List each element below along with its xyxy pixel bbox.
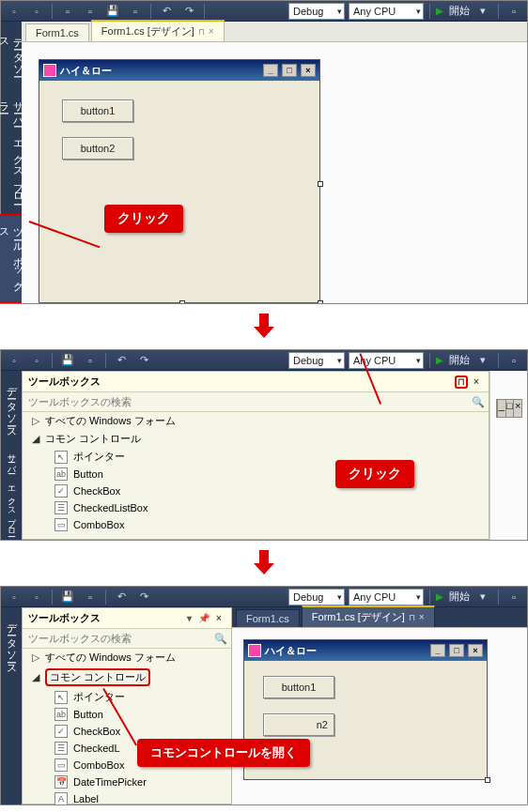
close-icon[interactable]: ×: [419, 612, 425, 622]
button1[interactable]: button1: [62, 100, 133, 122]
misc-icon[interactable]: ▫: [505, 3, 523, 20]
nav-back-icon[interactable]: ◦: [5, 3, 23, 20]
pin-icon[interactable]: ⊓: [198, 27, 205, 37]
tab-form1-cs[interactable]: Form1.cs: [236, 609, 300, 627]
minimize-icon[interactable]: _: [263, 64, 278, 77]
run-label[interactable]: 開始: [449, 590, 470, 604]
minimize-icon[interactable]: _: [430, 644, 445, 657]
item-pointer[interactable]: ↖ポインター: [23, 688, 231, 706]
tab-form1-design[interactable]: Form1.cs [デザイン] ⊓ ×: [302, 605, 435, 627]
undo-icon[interactable]: ↶: [157, 3, 176, 20]
save-all-icon[interactable]: ▫: [81, 589, 100, 605]
button1[interactable]: button1: [263, 676, 334, 698]
form-icon: [43, 64, 56, 77]
group-all-windows-forms[interactable]: ▷すべての Windows フォーム: [23, 649, 231, 666]
maximize-icon[interactable]: □: [282, 64, 297, 77]
button2[interactable]: n2: [263, 713, 334, 736]
expand-icon[interactable]: ▷: [32, 651, 41, 664]
item-label: DateTimePicker: [73, 776, 147, 788]
item-label[interactable]: ALabel: [23, 790, 231, 807]
redo-icon[interactable]: ↷: [134, 589, 153, 605]
close-icon[interactable]: ×: [209, 26, 214, 37]
close-icon[interactable]: ×: [470, 375, 483, 389]
item-checkbox[interactable]: ✓CheckBox: [23, 483, 489, 499]
nav-back-icon[interactable]: ◦: [5, 352, 23, 369]
nav-fwd-icon[interactable]: ◦: [27, 352, 46, 369]
item-button[interactable]: abButton: [23, 466, 489, 483]
collapse-icon[interactable]: ◢: [32, 433, 41, 445]
run-label[interactable]: 開始: [449, 353, 470, 367]
button2[interactable]: button2: [62, 137, 133, 160]
item-label: ComboBox: [73, 759, 124, 771]
winform-designer[interactable]: ハイ＆ロー _ □ × button1 button2: [39, 59, 320, 303]
item-checkedlistbox[interactable]: ☰CheckedListBox: [23, 499, 489, 516]
tab-form1-design[interactable]: Form1.cs [デザイン] ⊓ ×: [91, 20, 225, 41]
pointer-icon: ↖: [54, 451, 68, 464]
undo-icon[interactable]: ↶: [112, 589, 131, 605]
run-dropdown-icon[interactable]: ▾: [474, 589, 492, 605]
platform-combo[interactable]: Any CPU: [349, 3, 424, 20]
redo-icon[interactable]: ↷: [179, 3, 198, 20]
sidetab-datasource[interactable]: データソース: [3, 611, 21, 677]
nav-fwd-icon[interactable]: ◦: [27, 3, 46, 20]
save-icon[interactable]: 💾: [103, 3, 122, 20]
open-icon[interactable]: ▫: [81, 3, 100, 20]
group-common-controls[interactable]: ◢コモン コントロール: [23, 430, 489, 448]
dropdown-icon[interactable]: ▾: [182, 612, 195, 625]
sidetab-datasource[interactable]: データソース: [3, 375, 21, 440]
item-label: Button: [73, 709, 103, 720]
collapse-icon[interactable]: ◢: [32, 671, 41, 683]
item-button[interactable]: abButton: [23, 706, 231, 723]
close-icon[interactable]: ×: [468, 644, 483, 657]
group-all-windows-forms[interactable]: ▷すべての Windows フォーム: [23, 412, 489, 430]
pin-icon[interactable]: ⊓: [409, 613, 415, 622]
config-combo[interactable]: Debug: [288, 352, 345, 369]
run-label[interactable]: 開始: [449, 4, 470, 18]
datetimepicker-icon: 📅: [54, 775, 68, 789]
callout-open-common: コモンコントロールを開く: [137, 739, 310, 767]
document-tabs: Form1.cs Form1.cs [デザイン] ⊓ ×: [232, 607, 527, 628]
tab-form1-cs[interactable]: Form1.cs: [25, 23, 89, 41]
autohide-pin-icon[interactable]: ⊓: [455, 375, 468, 389]
misc-icon[interactable]: ▫: [505, 589, 523, 605]
checkbox-icon: ✓: [54, 484, 68, 498]
group-label: コモン コントロール: [45, 432, 141, 446]
item-datetimepicker[interactable]: 📅DateTimePicker: [23, 774, 231, 790]
run-dropdown-icon[interactable]: ▾: [474, 3, 492, 20]
item-combobox[interactable]: ▭ComboBox: [23, 516, 489, 533]
tab-label: Form1.cs: [246, 613, 289, 624]
platform-combo[interactable]: Any CPU: [349, 589, 424, 605]
maximize-icon[interactable]: □: [449, 644, 464, 657]
design-surface[interactable]: ハイ＆ロー _ □ × button1 n2: [232, 628, 527, 804]
misc-icon[interactable]: ▫: [505, 352, 523, 369]
expand-icon[interactable]: ▷: [32, 415, 41, 427]
run-icon[interactable]: ▶: [436, 6, 443, 16]
close-icon[interactable]: ×: [212, 612, 225, 625]
run-icon[interactable]: ▶: [436, 355, 443, 365]
new-icon[interactable]: ▫: [58, 3, 77, 20]
run-dropdown-icon[interactable]: ▾: [474, 352, 492, 369]
pin-icon[interactable]: 📌: [197, 612, 210, 625]
save-icon[interactable]: 💾: [58, 589, 77, 605]
run-icon[interactable]: ▶: [436, 591, 443, 602]
sidetab-server-explorer[interactable]: サーバー エクスプロー: [4, 442, 20, 539]
redo-icon[interactable]: ↷: [134, 352, 153, 369]
config-combo[interactable]: Debug: [288, 3, 345, 20]
nav-back-icon[interactable]: ◦: [5, 589, 23, 605]
search-input[interactable]: [26, 394, 472, 409]
save-icon[interactable]: 💾: [58, 352, 77, 369]
toolbox-search[interactable]: 🔍: [23, 392, 489, 412]
item-pointer[interactable]: ↖ポインター: [23, 448, 489, 466]
close-icon[interactable]: ×: [301, 64, 316, 77]
nav-fwd-icon[interactable]: ◦: [27, 589, 46, 605]
undo-icon[interactable]: ↶: [112, 352, 131, 369]
save-all-icon[interactable]: ▫: [126, 3, 145, 20]
design-surface[interactable]: ハイ＆ロー _ □ × button1 button2: [22, 42, 527, 303]
toolbox-search[interactable]: 🔍: [23, 629, 231, 649]
checkedlistbox-icon: ☰: [54, 501, 68, 514]
button-icon: ab: [54, 467, 68, 481]
save-all-icon[interactable]: ▫: [81, 352, 100, 369]
config-combo[interactable]: Debug: [288, 589, 345, 605]
search-input[interactable]: [26, 631, 214, 646]
group-common-controls[interactable]: ◢コモン コントロール: [23, 666, 231, 688]
